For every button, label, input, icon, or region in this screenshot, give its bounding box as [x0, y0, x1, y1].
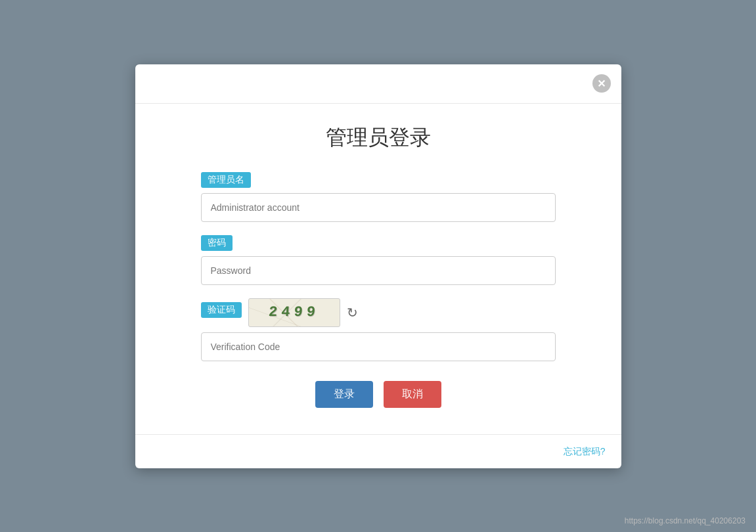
modal-footer: 忘记密码? [135, 434, 621, 468]
captcha-label: 验证码 [201, 302, 242, 318]
captcha-field-group: 验证码 2499 ↻ [201, 298, 556, 361]
close-button[interactable]: ✕ [592, 74, 611, 93]
captcha-text: 2499 [268, 304, 320, 321]
username-input[interactable] [201, 193, 556, 222]
forgot-password-link[interactable]: 忘记密码? [564, 446, 606, 456]
password-input[interactable] [201, 256, 556, 285]
button-row: 登录 取消 [201, 381, 556, 408]
captcha-input[interactable] [201, 332, 556, 361]
password-field-group: 密码 [201, 235, 556, 285]
captcha-image: 2499 [248, 298, 340, 327]
captcha-row: 验证码 2499 ↻ [201, 298, 556, 327]
modal-body: 管理员登录 管理员名 密码 验证码 2499 ↻ 登录 [135, 104, 621, 434]
login-modal: ✕ 管理员登录 管理员名 密码 验证码 2499 ↻ [135, 64, 621, 468]
modal-header: ✕ [135, 64, 621, 104]
username-label: 管理员名 [201, 172, 251, 188]
modal-title: 管理员登录 [201, 123, 556, 152]
page-url: https://blog.csdn.net/qq_40206203 [625, 516, 745, 525]
username-field-group: 管理员名 [201, 172, 556, 222]
cancel-button[interactable]: 取消 [384, 381, 441, 408]
close-icon: ✕ [597, 78, 606, 90]
refresh-icon: ↻ [347, 305, 358, 321]
password-label: 密码 [201, 235, 233, 251]
login-button[interactable]: 登录 [315, 381, 373, 408]
captcha-refresh-button[interactable]: ↻ [347, 305, 358, 321]
